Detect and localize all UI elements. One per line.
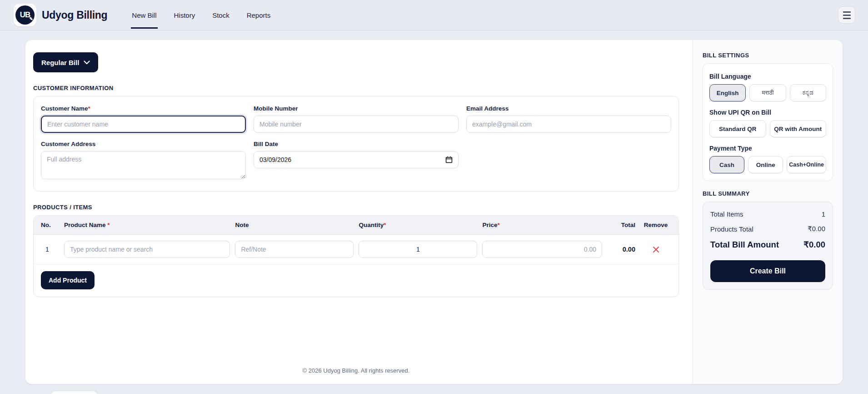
payment-option-cash-online[interactable]: Cash+Online (787, 156, 826, 173)
col-total: Total (607, 222, 635, 228)
product-note-input[interactable] (235, 241, 354, 258)
bottom-peek-element (51, 391, 97, 394)
email-address-input[interactable] (466, 116, 671, 133)
col-no: No. (41, 222, 59, 228)
customer-information-panel: Customer Name* Mobile Number Email Addre… (33, 96, 679, 192)
nav-item-reports[interactable]: Reports (246, 1, 272, 29)
col-quantity: Quantity* (359, 222, 477, 228)
total-bill-amount-row: Total Bill Amount ₹0.00 (710, 240, 825, 250)
bill-language-label: Bill Language (709, 73, 826, 80)
nav-item-new-bill[interactable]: New Bill (131, 1, 157, 29)
required-asterisk: * (107, 222, 110, 228)
required-asterisk: * (88, 105, 90, 112)
pen-icon: ✎ (30, 16, 33, 21)
app-title: Udyog Billing (42, 9, 107, 21)
language-option-kannada[interactable]: ಕನ್ನಡ (790, 84, 826, 101)
hamburger-menu-button[interactable] (838, 6, 855, 24)
bill-settings-title: BILL SETTINGS (703, 52, 833, 59)
email-address-field: Email Address (466, 105, 671, 133)
bill-date-input[interactable]: 03/09/2026 (254, 151, 459, 168)
products-total-row: Products Total ₹0.00 (710, 225, 825, 233)
nav-item-history[interactable]: History (173, 1, 196, 29)
row-total-value: 0.00 (607, 246, 635, 253)
products-panel: No. Product Name * Note Quantity* Price*… (33, 215, 679, 297)
product-quantity-input[interactable] (359, 241, 477, 258)
hamburger-icon (843, 11, 851, 13)
customer-name-field: Customer Name* (41, 105, 246, 133)
payment-option-cash[interactable]: Cash (709, 156, 744, 173)
language-option-marathi[interactable]: मराठी (749, 84, 786, 101)
required-asterisk: * (497, 222, 499, 228)
total-items-value: 1 (822, 210, 825, 218)
upi-qr-label: Show UPI QR on Bill (709, 109, 826, 116)
required-asterisk: * (384, 222, 386, 228)
payment-option-online[interactable]: Online (748, 156, 783, 173)
bill-summary-title: BILL SUMMARY (703, 190, 833, 197)
bill-type-dropdown[interactable]: Regular Bill (33, 52, 98, 72)
page-card: Regular Bill CUSTOMER INFORMATION Custom… (25, 40, 843, 384)
language-option-english[interactable]: English (709, 84, 746, 101)
app-logo: UB ✎ (14, 4, 36, 26)
col-note: Note (235, 222, 354, 228)
products-items-title: PRODUCTS / ITEMS (33, 204, 679, 211)
copyright-footer: © 2026 Udyog Billing. All rights reserve… (33, 367, 679, 378)
bill-language-options: English मराठी ಕನ್ನಡ (709, 84, 826, 101)
payment-type-label: Payment Type (709, 145, 826, 152)
app-header: UB ✎ Udyog Billing New Bill History Stoc… (0, 0, 868, 30)
products-total-label: Products Total (710, 225, 753, 233)
bill-summary-panel: Total Items 1 Products Total ₹0.00 Total… (703, 202, 833, 290)
bill-form-area: Regular Bill CUSTOMER INFORMATION Custom… (25, 40, 693, 384)
customer-address-label: Customer Address (41, 141, 246, 147)
col-price: Price* (482, 222, 602, 228)
upi-option-qr-with-amount[interactable]: QR with Amount (770, 120, 827, 137)
email-address-label: Email Address (466, 105, 671, 112)
payment-type-options: Cash Online Cash+Online (709, 156, 826, 173)
total-items-row: Total Items 1 (710, 210, 825, 218)
product-row: 1 0.00 (34, 235, 678, 264)
logo-text: UB (20, 10, 30, 20)
mobile-number-label: Mobile Number (254, 105, 459, 112)
close-icon (652, 246, 660, 253)
customer-name-label: Customer Name* (41, 105, 246, 112)
bill-settings-panel: Bill Language English मराठी ಕನ್ನಡ Show U… (703, 63, 833, 181)
bill-settings-sidebar: BILL SETTINGS Bill Language English मराठ… (693, 40, 843, 384)
products-table-header: No. Product Name * Note Quantity* Price*… (34, 216, 678, 235)
total-bill-amount-label: Total Bill Amount (710, 240, 779, 250)
main-nav: New Bill History Stock Reports (131, 0, 271, 30)
customer-address-input[interactable] (41, 151, 246, 179)
bill-type-label: Regular Bill (41, 59, 79, 66)
chevron-down-icon (84, 61, 90, 65)
bill-date-field: Bill Date 03/09/2026 (254, 141, 459, 181)
add-product-button[interactable]: Add Product (41, 271, 95, 289)
total-bill-amount-value: ₹0.00 (803, 240, 825, 250)
bill-date-value: 03/09/2026 (259, 156, 445, 163)
nav-item-stock[interactable]: Stock (211, 1, 230, 29)
upi-option-standard-qr[interactable]: Standard QR (709, 120, 766, 137)
row-number: 1 (41, 246, 59, 253)
customer-information-title: CUSTOMER INFORMATION (33, 85, 679, 91)
total-items-label: Total Items (710, 210, 743, 218)
upi-qr-options: Standard QR QR with Amount (709, 120, 826, 137)
bill-date-label: Bill Date (254, 141, 459, 147)
product-name-input[interactable] (64, 241, 230, 258)
col-remove: Remove (640, 222, 671, 228)
calendar-icon[interactable] (445, 156, 453, 163)
customer-name-input[interactable] (41, 116, 246, 133)
create-bill-button[interactable]: Create Bill (710, 260, 825, 282)
mobile-number-input[interactable] (254, 116, 459, 133)
col-product-name: Product Name * (64, 222, 230, 228)
logo-circle: UB ✎ (15, 5, 35, 25)
mobile-number-field: Mobile Number (254, 105, 459, 133)
product-price-input[interactable] (482, 241, 602, 258)
customer-address-field: Customer Address (41, 141, 246, 181)
remove-row-button[interactable] (652, 246, 660, 253)
products-total-value: ₹0.00 (808, 225, 825, 233)
